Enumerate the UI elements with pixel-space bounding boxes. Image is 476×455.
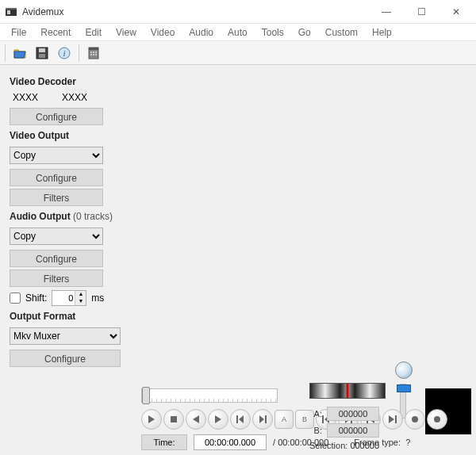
decoder-values: XXXX XXXX (13, 92, 127, 103)
svg-rect-11 (93, 52, 94, 53)
next-frame-button[interactable] (208, 409, 228, 430)
step-fwd-icon (214, 415, 222, 423)
video-output-configure-button[interactable]: Configure (10, 169, 103, 186)
menu-view[interactable]: View (109, 25, 143, 40)
menubar: File Recent Edit View Video Audio Auto T… (0, 24, 476, 41)
svg-rect-14 (93, 54, 94, 55)
close-button[interactable]: ✕ (446, 6, 466, 17)
markers-panel: A: 000000 B: 000000 Selection: 000000 (309, 383, 468, 450)
open-button[interactable] (10, 44, 29, 63)
svg-rect-1 (6, 8, 17, 10)
play-button[interactable] (141, 409, 162, 430)
marker-b-value: 000000 (327, 423, 379, 438)
maximize-button[interactable]: ☐ (411, 6, 432, 17)
marker-a-label: A: (309, 409, 322, 419)
svg-marker-16 (148, 415, 155, 423)
video-decoder-head: Video Decoder (10, 76, 127, 87)
svg-marker-18 (193, 415, 199, 423)
audio-output-tracks: (0 tracks) (73, 211, 113, 222)
svg-rect-23 (265, 415, 267, 423)
svg-rect-20 (236, 415, 238, 423)
floppy-icon (35, 46, 49, 60)
svg-rect-10 (90, 52, 92, 53)
marker-b-icon: B (302, 415, 307, 423)
prev-keyframe-button[interactable] (230, 409, 251, 430)
svg-marker-21 (239, 415, 244, 423)
decoder-codec: XXXX (62, 92, 87, 103)
marker-a-icon: A (282, 415, 286, 423)
menu-recent[interactable]: Recent (34, 25, 77, 40)
step-back-icon (192, 415, 200, 423)
audio-output-head: Audio Output (0 tracks) (10, 211, 127, 222)
svg-rect-4 (39, 48, 45, 52)
svg-rect-5 (39, 54, 45, 58)
audio-output-filters-button[interactable]: Filters (10, 270, 103, 287)
audio-shift-row: Shift: ▲ ▼ ms (10, 290, 127, 306)
audio-shift-checkbox[interactable] (10, 292, 21, 304)
svg-rect-9 (89, 48, 98, 50)
folder-open-icon (13, 46, 27, 60)
decoder-name: XXXX (13, 92, 38, 103)
video-output-filters-button[interactable]: Filters (10, 189, 103, 206)
info-button[interactable]: i (55, 44, 74, 63)
set-marker-a-button[interactable]: A (274, 410, 294, 429)
svg-rect-15 (95, 54, 97, 55)
audio-shift-spinner[interactable]: ▲ ▼ (52, 290, 86, 306)
svg-rect-17 (171, 416, 177, 422)
video-output-head: Video Output (10, 130, 127, 141)
decoder-configure-button[interactable]: Configure (10, 108, 103, 125)
menu-video[interactable]: Video (144, 25, 181, 40)
timeline-thumb[interactable] (142, 387, 150, 404)
speaker-icon[interactable] (395, 361, 413, 379)
video-output-select[interactable]: Copy (10, 147, 103, 164)
marker-b-label: B: (309, 426, 322, 435)
marker-a-row: A: 000000 (309, 407, 468, 421)
menu-auto[interactable]: Auto (221, 25, 254, 40)
toolbar-separator (79, 44, 79, 62)
marker-b-row: B: 000000 (309, 423, 468, 438)
menu-help[interactable]: Help (366, 25, 398, 40)
jog-dial[interactable] (309, 383, 386, 399)
key-fwd-icon (259, 415, 267, 423)
selection-value: 000000 (350, 441, 379, 450)
svg-rect-2 (7, 10, 10, 14)
toolbar: i (0, 41, 476, 65)
audio-shift-value[interactable] (52, 291, 75, 305)
stop-button[interactable] (163, 409, 184, 430)
time-label: Time: (141, 434, 187, 450)
side-panel: Video Decoder XXXX XXXX Configure Video … (0, 65, 133, 455)
marker-a-value: 000000 (327, 407, 379, 421)
svg-marker-19 (215, 415, 221, 423)
spin-up-icon[interactable]: ▲ (75, 291, 86, 298)
titlebar: Avidemux — ☐ ✕ (0, 0, 476, 24)
menu-go[interactable]: Go (292, 25, 317, 40)
app-icon (5, 6, 17, 18)
spin-down-icon[interactable]: ▼ (75, 298, 86, 305)
calculator-button[interactable] (84, 44, 103, 63)
audio-output-configure-button[interactable]: Configure (10, 250, 103, 267)
audio-shift-label: Shift: (25, 292, 47, 304)
output-format-select[interactable]: Mkv Muxer (10, 327, 121, 345)
timeline-slider[interactable] (141, 388, 278, 403)
time-input[interactable]: 00:00:00.000 (194, 434, 267, 450)
main-area: Video Decoder XXXX XXXX Configure Video … (0, 65, 476, 455)
menu-edit[interactable]: Edit (79, 25, 108, 40)
menu-custom[interactable]: Custom (319, 25, 364, 40)
menu-tools[interactable]: Tools (255, 25, 290, 40)
save-button[interactable] (33, 44, 52, 63)
audio-output-select[interactable]: Copy (10, 228, 103, 245)
prev-frame-button[interactable] (186, 409, 206, 430)
svg-rect-12 (95, 52, 97, 53)
svg-text:i: i (63, 48, 65, 58)
next-keyframe-button[interactable] (252, 409, 273, 430)
svg-marker-22 (259, 415, 264, 423)
menu-file[interactable]: File (5, 25, 33, 40)
preview-area: A B Time: 00:00:00.000 / 00:00:00.000 Fr… (133, 65, 476, 455)
selection-row: Selection: 000000 (309, 441, 468, 450)
output-format-head: Output Format (10, 311, 127, 322)
output-format-configure-button[interactable]: Configure (10, 350, 121, 367)
menu-audio[interactable]: Audio (182, 25, 220, 40)
minimize-button[interactable]: — (376, 6, 397, 17)
audio-output-head-label: Audio Output (10, 211, 71, 222)
key-back-icon (236, 415, 244, 423)
